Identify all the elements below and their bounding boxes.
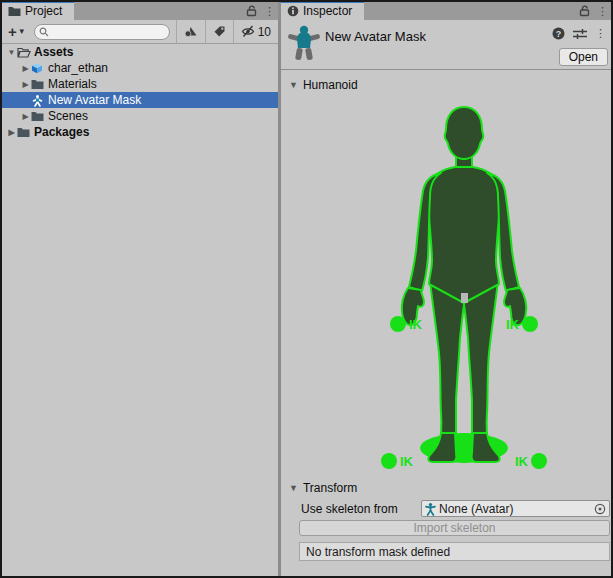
folder-icon	[8, 6, 21, 17]
pelvis-marker	[461, 293, 468, 303]
foldout-closed-icon[interactable]: ▶	[20, 80, 31, 89]
ik-label: IK	[409, 317, 423, 332]
use-skeleton-label: Use skeleton from	[301, 502, 398, 516]
foldout-open-icon: ▼	[289, 483, 298, 493]
add-asset-caret-icon[interactable]: ▼	[18, 27, 26, 36]
ik-right-foot-dot[interactable]	[531, 453, 547, 469]
info-icon	[287, 5, 299, 17]
help-icon[interactable]: ?	[552, 27, 565, 40]
filter-by-type-icon	[184, 25, 198, 38]
torso[interactable]	[428, 167, 501, 303]
use-skeleton-row: Use skeleton from None (Avatar)	[281, 500, 611, 517]
tree-label: Assets	[34, 45, 73, 59]
tree-row-char-ethan[interactable]: ▶ char_ethan	[2, 60, 278, 76]
object-picker-icon[interactable]	[593, 502, 607, 516]
project-tabbar: Project ⋮	[2, 2, 278, 20]
open-button[interactable]: Open	[559, 48, 608, 66]
kebab-menu-icon[interactable]: ⋮	[264, 6, 275, 17]
kebab-menu-icon[interactable]: ⋮	[597, 6, 608, 17]
humanoid-section-label: Humanoid	[303, 78, 358, 92]
project-toolbar-buttons: 10	[176, 20, 278, 43]
tab-project[interactable]: Project	[2, 2, 74, 20]
humanoid-mask-figure[interactable]: IK IK IK IK	[281, 95, 611, 475]
unity-editor-window: Project ⋮ + ▼	[0, 0, 613, 578]
ik-label: IK	[506, 317, 520, 332]
tab-project-label: Project	[25, 4, 62, 18]
inspector-tab-actions: ⋮	[579, 2, 608, 20]
folder-icon	[17, 126, 31, 139]
foldout-closed-icon[interactable]: ▶	[6, 128, 17, 137]
foldout-open-icon: ▼	[289, 80, 298, 90]
tree-row-packages[interactable]: ▶ Packages	[2, 124, 278, 140]
avatar-mask-asset-icon	[288, 25, 320, 61]
ik-label: IK	[515, 454, 529, 469]
hidden-items-button[interactable]: 10	[233, 20, 278, 43]
tree-row-materials[interactable]: ▶ Materials	[2, 76, 278, 92]
transform-foldout[interactable]: ▼ Transform	[289, 481, 357, 495]
label-tag-icon	[213, 25, 226, 38]
tree-label: Scenes	[48, 109, 88, 123]
avatar-mask-icon	[31, 94, 45, 107]
inspector-tabbar: Inspector ⋮	[281, 2, 611, 20]
avatar-icon	[424, 502, 437, 516]
svg-text:?: ?	[556, 29, 562, 39]
foldout-closed-icon[interactable]: ▶	[20, 112, 31, 121]
foldout-closed-icon[interactable]: ▶	[20, 64, 31, 73]
left-leg[interactable]	[430, 281, 464, 436]
skeleton-object-field[interactable]: None (Avatar)	[421, 500, 610, 517]
add-asset-button[interactable]: +	[2, 24, 18, 39]
transform-mask-helpbox: No transform mask defined	[299, 542, 610, 561]
ik-left-hand-dot[interactable]	[390, 316, 406, 332]
tree-label: New Avatar Mask	[48, 93, 141, 107]
model-cube-icon	[31, 62, 45, 75]
hidden-count: 10	[258, 25, 271, 39]
filter-by-type-button[interactable]	[176, 20, 205, 43]
kebab-menu-icon[interactable]: ⋮	[595, 28, 606, 39]
search-icon	[39, 27, 49, 37]
inspector-panel: Inspector ⋮ New Avat	[281, 2, 611, 576]
eye-slash-icon	[241, 25, 256, 38]
ik-right-hand-dot[interactable]	[522, 316, 538, 332]
tree-row-assets[interactable]: ▼ Assets	[2, 44, 278, 60]
lock-icon[interactable]	[246, 5, 257, 17]
tree-row-scenes[interactable]: ▶ Scenes	[2, 108, 278, 124]
tree-label: char_ethan	[48, 61, 108, 75]
asset-title: New Avatar Mask	[325, 29, 426, 44]
tree-row-new-avatar-mask[interactable]: New Avatar Mask	[2, 92, 278, 108]
head[interactable]	[445, 107, 484, 159]
tree-label: Packages	[34, 125, 89, 139]
tab-inspector-label: Inspector	[303, 4, 352, 18]
project-panel: Project ⋮ + ▼	[2, 2, 278, 576]
folder-icon	[31, 110, 45, 123]
project-toolbar: + ▼	[2, 20, 278, 44]
folder-icon	[31, 78, 45, 91]
filter-by-label-button[interactable]	[205, 20, 233, 43]
inspector-header: New Avatar Mask ? ⋮ Open	[281, 20, 611, 70]
import-skeleton-button[interactable]: Import skeleton	[299, 520, 610, 536]
presets-icon[interactable]	[573, 28, 587, 40]
skeleton-value: None (Avatar)	[439, 502, 591, 516]
lock-icon[interactable]	[579, 5, 590, 17]
tab-inspector[interactable]: Inspector	[281, 2, 364, 20]
search-input[interactable]	[51, 26, 151, 38]
project-search[interactable]	[34, 24, 170, 40]
right-leg[interactable]	[464, 281, 498, 436]
foldout-open-icon[interactable]: ▼	[6, 48, 17, 57]
transform-section-label: Transform	[303, 481, 357, 495]
humanoid-foldout[interactable]: ▼ Humanoid	[289, 78, 358, 92]
tree-label: Materials	[48, 77, 97, 91]
project-tab-actions: ⋮	[246, 2, 275, 20]
folder-open-icon	[17, 46, 31, 59]
project-tree: ▼ Assets ▶ char_e	[2, 44, 278, 140]
ik-label: IK	[400, 454, 414, 469]
header-icons: ? ⋮	[552, 27, 606, 40]
ik-left-foot-dot[interactable]	[381, 453, 397, 469]
